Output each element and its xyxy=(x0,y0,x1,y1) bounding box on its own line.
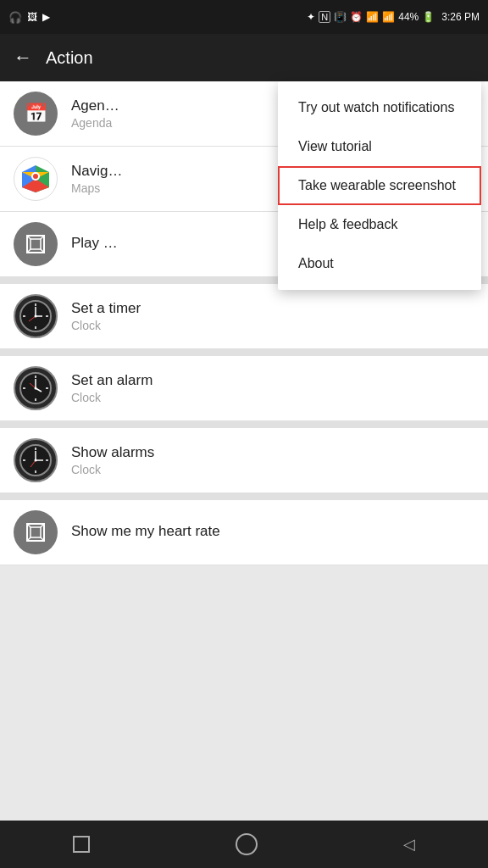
list-item[interactable]: Set an alarm Clock xyxy=(0,356,488,421)
list-item[interactable]: Show alarms Clock xyxy=(0,428,488,493)
play-icon xyxy=(14,222,58,266)
play-title: Play … xyxy=(71,235,118,252)
agenda-subtitle: Agenda xyxy=(71,116,119,130)
dropdown-menu: Try out watch notifications View tutoria… xyxy=(278,81,481,290)
timer-text: Set a timer Clock xyxy=(71,300,141,332)
svg-point-29 xyxy=(35,387,37,390)
navigate-subtitle: Maps xyxy=(71,181,122,195)
list-item[interactable]: Show me my heart rate xyxy=(0,500,488,565)
status-bar: 🎧 🖼 ▶ ✦ N 📳 ⏰ 📶 📶 44% 🔋 3:26 PM xyxy=(0,0,488,34)
back-nav-button[interactable]: ◁ xyxy=(403,835,415,854)
youtube-icon: ▶ xyxy=(42,11,50,23)
navigate-title: Navig… xyxy=(71,163,122,180)
navigate-text: Navig… Maps xyxy=(71,163,122,195)
battery-percent: 44% xyxy=(398,11,419,23)
clock-time: 3:26 PM xyxy=(441,11,480,23)
svg-rect-40 xyxy=(30,527,41,537)
alarm-title: Set an alarm xyxy=(71,372,152,389)
showalarms-subtitle: Clock xyxy=(71,463,154,476)
vibrate-icon: 📳 xyxy=(334,11,347,23)
signal-icon: 📶 xyxy=(382,11,395,23)
heartrate-icon xyxy=(14,510,58,554)
dropdown-item-about[interactable]: About xyxy=(278,244,481,283)
heartrate-text: Show me my heart rate xyxy=(71,523,220,542)
svg-rect-7 xyxy=(30,239,41,249)
svg-point-38 xyxy=(35,459,37,462)
heartrate-title: Show me my heart rate xyxy=(71,523,220,540)
agenda-title: Agen… xyxy=(71,97,119,114)
headphones-icon: 🎧 xyxy=(8,11,22,24)
dropdown-item-take-screenshot[interactable]: Take wearable screenshot xyxy=(278,166,481,205)
alarm-text: Set an alarm Clock xyxy=(71,372,152,404)
dropdown-item-watch-notifications[interactable]: Try out watch notifications xyxy=(278,88,481,127)
clock-icon xyxy=(14,366,58,410)
nav-bar: ◁ xyxy=(0,821,488,868)
list-gap xyxy=(0,493,488,500)
image-icon: 🖼 xyxy=(27,11,37,23)
agenda-icon: 📅 xyxy=(14,92,58,136)
clock-icon xyxy=(14,438,58,482)
clock-icon xyxy=(14,294,58,338)
nfc-icon: N xyxy=(319,11,330,23)
bluetooth-icon: ✦ xyxy=(307,11,315,23)
play-text: Play … xyxy=(71,235,118,253)
agenda-text: Agen… Agenda xyxy=(71,97,119,130)
maps-icon xyxy=(14,157,58,201)
back-button[interactable]: ← xyxy=(14,47,32,69)
home-button[interactable] xyxy=(236,833,258,855)
action-bar: ← Action xyxy=(0,34,488,81)
alarm-icon: ⏰ xyxy=(350,11,363,23)
svg-point-20 xyxy=(35,315,37,318)
timer-title: Set a timer xyxy=(71,300,141,317)
recent-apps-button[interactable] xyxy=(73,836,90,853)
wifi-icon: 📶 xyxy=(366,11,379,23)
list-item[interactable]: Set a timer Clock xyxy=(0,284,488,349)
dropdown-item-view-tutorial[interactable]: View tutorial xyxy=(278,127,481,166)
dropdown-item-help-feedback[interactable]: Help & feedback xyxy=(278,205,481,244)
status-right-icons: ✦ N 📳 ⏰ 📶 📶 44% 🔋 3:26 PM xyxy=(307,11,480,23)
status-left-icons: 🎧 🖼 ▶ xyxy=(8,11,50,24)
svg-point-5 xyxy=(33,174,38,179)
list-gap xyxy=(0,421,488,428)
timer-subtitle: Clock xyxy=(71,319,141,332)
showalarms-text: Show alarms Clock xyxy=(71,444,154,476)
page-title: Action xyxy=(46,48,93,68)
battery-icon: 🔋 xyxy=(422,11,435,23)
alarm-subtitle: Clock xyxy=(71,391,152,404)
showalarms-title: Show alarms xyxy=(71,444,154,461)
list-gap xyxy=(0,349,488,356)
